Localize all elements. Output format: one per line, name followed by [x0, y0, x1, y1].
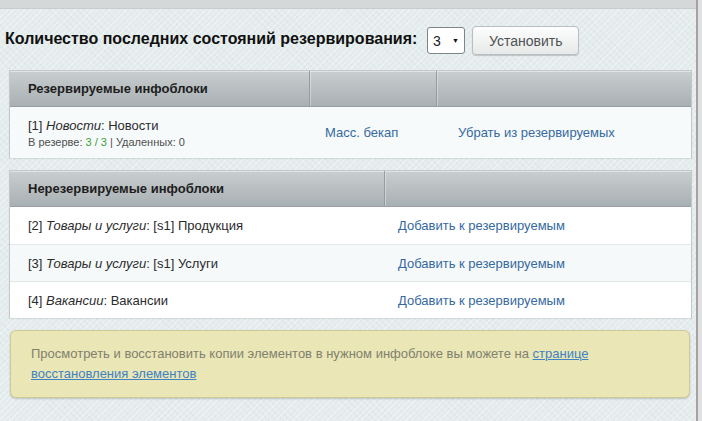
infoblock-name: : Новости [101, 118, 159, 133]
reserved-header-cell [436, 71, 691, 106]
table-row: [1] Новости: Новости В резерве: 3 / 3 | … [10, 107, 691, 158]
mass-backup-cell: Масс. бекап [309, 107, 436, 158]
infoblock-name: : [s1] Продукция [146, 218, 243, 233]
infoblock-id: [4] [28, 293, 46, 308]
add-cell: Добавить к резервируемым [384, 245, 691, 281]
table-row: [3] Товары и услуги: [s1] Услуги Добавит… [10, 244, 691, 281]
restore-note: Просмотреть и восстановить копии элемент… [10, 330, 690, 398]
add-cell: Добавить к резервируемым [384, 207, 691, 244]
infoblock-title: [1] Новости: Новости [28, 118, 309, 133]
infoblock-id: [2] [28, 218, 46, 233]
infoblock-type: Вакансии [46, 293, 103, 308]
infoblock-name: : Вакансии [103, 293, 168, 308]
add-cell: Добавить к резервируемым [384, 282, 691, 318]
unreserved-table-title: Нерезервируемые инфоблоки [10, 171, 384, 206]
infoblock-type: Товары и услуги [46, 256, 146, 271]
infoblock-title: [3] Товары и услуги: [s1] Услуги [28, 256, 384, 271]
table-row: [4] Вакансии: Вакансии Добавить к резерв… [10, 281, 691, 318]
infoblock-type: Товары и услуги [46, 218, 146, 233]
infoblock-info-cell: [2] Товары и услуги: [s1] Продукция [10, 207, 384, 244]
infoblock-type: Новости [46, 118, 101, 133]
mass-backup-link[interactable]: Масс. бекап [325, 125, 436, 140]
set-button[interactable]: Установить [472, 26, 579, 55]
reserved-table-header: Резервируемые инфоблоки [10, 71, 691, 107]
window-right-edge [696, 0, 702, 421]
infoblock-name: : [s1] Услуги [146, 256, 218, 271]
reserve-count: 3 / 3 [86, 136, 107, 148]
reserved-header-cell [309, 71, 436, 106]
add-to-reserved-link[interactable]: Добавить к резервируемым [398, 293, 691, 308]
table-row: [2] Товары и услуги: [s1] Продукция Доба… [10, 207, 691, 244]
chevron-down-icon: ▼ [452, 37, 459, 44]
add-to-reserved-link[interactable]: Добавить к резервируемым [398, 256, 691, 271]
reserved-infoblocks-table: Резервируемые инфоблоки [1] Новости: Нов… [9, 70, 692, 158]
reserve-status: В резерве: 3 / 3 | Удаленных: 0 [28, 136, 309, 148]
states-count-select[interactable]: 3 ▼ [427, 27, 465, 54]
top-strip [0, 0, 702, 9]
states-count-value: 3 [433, 33, 441, 49]
remove-from-reserved-link[interactable]: Убрать из резервируемых [458, 125, 691, 140]
infoblock-id: [1] [28, 118, 46, 133]
infoblock-id: [3] [28, 256, 46, 271]
infoblock-info-cell: [1] Новости: Новости В резерве: 3 / 3 | … [10, 107, 309, 158]
unreserved-header-cell [384, 171, 691, 206]
reserved-table-title: Резервируемые инфоблоки [10, 71, 309, 106]
infoblock-title: [2] Товары и услуги: [s1] Продукция [28, 218, 384, 233]
infoblock-info-cell: [4] Вакансии: Вакансии [10, 282, 384, 318]
infoblock-info-cell: [3] Товары и услуги: [s1] Услуги [10, 245, 384, 281]
reserve-label: В резерве: [28, 136, 86, 148]
backup-settings-page: Количество последних состояний резервиро… [0, 0, 702, 421]
unreserved-table-header: Нерезервируемые инфоблоки [10, 171, 691, 207]
unreserved-infoblocks-table: Нерезервируемые инфоблоки [2] Товары и у… [9, 170, 692, 318]
remove-cell: Убрать из резервируемых [436, 107, 691, 158]
deleted-count: | Удаленных: 0 [107, 136, 185, 148]
add-to-reserved-link[interactable]: Добавить к резервируемым [398, 218, 691, 233]
infoblock-title: [4] Вакансии: Вакансии [28, 293, 384, 308]
states-count-label: Количество последних состояний резервиро… [5, 30, 417, 48]
restore-note-text: Просмотреть и восстановить копии элемент… [31, 346, 533, 361]
